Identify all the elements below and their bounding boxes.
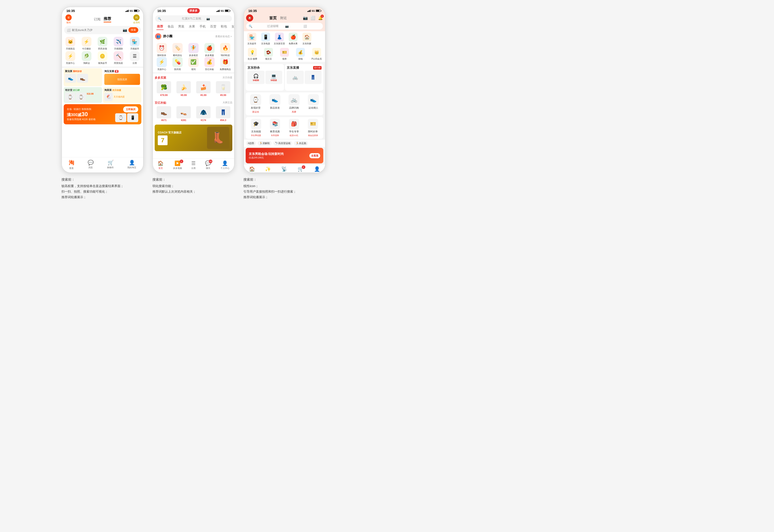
taobao-tab-subscription[interactable]: 订阅	[94, 17, 100, 22]
pdd-subsidy-0[interactable]: 👞 ¥671	[155, 106, 173, 121]
pdd-icon-orchard[interactable]: 🍎 多多果园	[202, 43, 218, 57]
jd-tag-3[interactable]: 🏃赤足跑	[294, 141, 308, 146]
pdd-icon-pharmacy[interactable]: 💊 医药馆	[170, 57, 186, 71]
pdd-nav-home[interactable]: 🏠 首页	[157, 160, 163, 170]
jd-scan-icon[interactable]: 📷	[303, 16, 308, 20]
taobao-signin-btn[interactable]: 签 签到	[65, 14, 73, 24]
pdd-icon-signin[interactable]: ✅ 签到	[185, 57, 202, 71]
taobao-icon-recharge[interactable]: ⚡ 充值中心	[63, 51, 78, 65]
jd-nav-home[interactable]: 🏠 首页	[249, 166, 255, 172]
taobao-icon-hot[interactable]: ⚡ 今日爆款	[79, 37, 94, 50]
taobao-search-bar[interactable]: ⬜ 📷 搜索	[64, 26, 141, 34]
taobao-live[interactable]: 淘宝直播 直 悦悦花房	[103, 68, 141, 86]
pdd-tab-womens[interactable]: 女装	[231, 25, 234, 30]
jd-discover-0[interactable]: ⌚ 发现好货 新运动	[247, 94, 265, 113]
jd-search-bar[interactable]: 🔍 过滤烟嘴 📷 ⬜	[246, 23, 323, 29]
taobao-search-button[interactable]: 搜索	[128, 27, 138, 33]
pdd-product-2[interactable]: 🍰 ¥5.99	[194, 81, 213, 96]
pdd-tab-general[interactable]: 百货	[210, 25, 217, 30]
jd-cat-fashion[interactable]: 👗 京东新百货	[274, 33, 285, 45]
jd-shortcut-bills[interactable]: 💡 生活·缴费	[245, 48, 260, 61]
taobao-search-input[interactable]	[72, 28, 121, 32]
pdd-product-1[interactable]: 🍌 ¥9.99	[174, 81, 193, 96]
taobao-icon-supermarket[interactable]: 🏪 天猫超市	[127, 37, 142, 50]
taobao-icon-coins[interactable]: 🪙 领淘金币	[95, 51, 110, 65]
taobao-icon-farm[interactable]: 🌿 芭芭农场	[95, 37, 110, 50]
jd-tab-home[interactable]: 首页	[269, 16, 277, 21]
pdd-tab-fruit[interactable]: 水果	[188, 25, 196, 30]
jd-live-product-0[interactable]: 🚲	[287, 71, 304, 84]
taobao-flash-sale[interactable]: 聚划算 限时好价 👟 👞	[64, 68, 102, 86]
jd-tag-0[interactable]: #趋势	[246, 141, 256, 146]
pdd-tab-shoes[interactable]: 鞋包	[220, 25, 228, 30]
pdd-nav-category[interactable]: ☰ 分类	[191, 160, 196, 170]
pdd-tab-recommend[interactable]: 推荐	[156, 25, 163, 30]
pdd-camera-icon[interactable]: 📷	[207, 17, 229, 20]
jd-promo-flash[interactable]: 京东秒杀 🎧 ¥4699 💻 ¥4558	[246, 64, 284, 91]
pdd-tab-phone[interactable]: 手机	[199, 25, 206, 30]
pdd-tab-menswear[interactable]: 男装	[178, 25, 185, 30]
jd-camera-search-icon[interactable]: 📷	[285, 25, 302, 28]
pdd-friend-circle[interactable]: 👥 拼小圈 查看好友动态 >	[153, 32, 234, 41]
taobao-nav-messages[interactable]: 💬 消息	[88, 160, 94, 169]
taobao-icon-auction[interactable]: 🔨 阿里拍卖	[111, 51, 126, 65]
jd-nav-live[interactable]: 📡 直	[281, 166, 287, 172]
taobao-vegetable[interactable]: 淘菜菜 次日自提 🐔 天天领鸡蛋	[103, 87, 141, 103]
taobao-nav-cart[interactable]: 🛒 购物车	[107, 160, 114, 169]
jd-campus-3[interactable]: 🎫 限时好券 领金品类券	[304, 119, 322, 137]
jd-cat-electronics[interactable]: 📱 京东电器	[260, 33, 271, 45]
jd-campus-2[interactable]: 🎒 学生专享 低至9.9元	[285, 119, 303, 137]
jd-flash-product-1[interactable]: 💻 ¥4558	[266, 71, 283, 84]
jd-live-product-1[interactable]: 👖	[305, 71, 322, 84]
pdd-icon-clearance[interactable]: 🏷️ 断码清仓	[170, 43, 186, 57]
pdd-icon-recharge[interactable]: ⚡ 充值中心	[154, 57, 170, 71]
jd-cat-free-fruit[interactable]: 🍎 免费水果	[287, 33, 299, 45]
pdd-nav-chat[interactable]: 💬 44 聊天	[205, 160, 211, 170]
taobao-search-scan-icon[interactable]: ⬜	[67, 28, 71, 32]
pdd-icon-free[interactable]: 🎁 免费领商品	[217, 57, 233, 71]
taobao-icon-fresh[interactable]: 🥬 淘鲜达	[79, 51, 94, 65]
taobao-icon-intl[interactable]: ✈️ 天猫国际	[111, 37, 126, 50]
jd-flash-product-0[interactable]: 🎧 ¥4699	[248, 71, 265, 84]
taobao-tab-recommend[interactable]: 推荐	[104, 16, 111, 22]
jd-shortcut-beans[interactable]: 🫘 领京豆	[261, 48, 276, 61]
jd-scan-search-icon[interactable]: ⬜	[303, 25, 320, 28]
pdd-icon-subsidy[interactable]: 💰 百亿补贴	[202, 57, 218, 71]
jd-campus-0[interactable]: 🎓 京东校园 学生季优惠	[247, 119, 265, 137]
pdd-icon-flash-sale[interactable]: ⏰ 限时秒杀	[154, 43, 170, 57]
taobao-icon-tmall-new[interactable]: 🐱 天猫新品	[63, 37, 78, 50]
jd-nav-profile[interactable]: 👤 我的	[314, 166, 320, 172]
pdd-tab-food[interactable]: 食品	[167, 25, 174, 30]
pdd-nav-video[interactable]: ▶️ 1 多多视频	[173, 160, 182, 170]
taobao-nav-home[interactable]: 淘 逛逛	[69, 159, 74, 170]
jd-shortcut-loan[interactable]: 💰 借钱	[293, 48, 308, 61]
taobao-fresh-goods[interactable]: 有好货 好口碑 ⌚ ⌚ ¥10.99	[64, 87, 102, 103]
pdd-icon-9yuan[interactable]: 🔥 9块9特卖	[217, 43, 233, 57]
pdd-product-0[interactable]: 🥦 ¥79.99	[155, 81, 173, 96]
jd-nav-new[interactable]: ✨ 新品	[265, 166, 271, 172]
taobao-bottom-promo[interactable]: 全场 · 轻旅行 秋秋秋秋 满300减30 装修实用指南 ¥228 省价格 立即…	[64, 104, 141, 124]
jd-banner-btn[interactable]: 去逛逛	[309, 153, 320, 158]
jd-campus-1[interactable]: 📚 教育优惠 专享直降	[266, 119, 284, 137]
pdd-nav-profile[interactable]: 👤 个人中心	[221, 160, 230, 170]
jd-tag-2[interactable]: 🔭高倍望远镜	[273, 141, 292, 146]
pdd-friend-btn[interactable]: 查看好友动态 >	[215, 35, 232, 38]
taobao-icon-category[interactable]: ☰ 分类	[127, 51, 142, 65]
pdd-search-bar[interactable]: 🔍 红翼875工装靴 📷	[155, 15, 232, 22]
pdd-subsidy-1[interactable]: 👡 ¥281	[174, 106, 193, 121]
pdd-coach-banner[interactable]: COACH 官方旗舰店 7 👢	[155, 125, 232, 151]
jd-cat-delivery[interactable]: 🏠 京东到家	[301, 33, 313, 45]
jd-shortcut-plus[interactable]: 👑 PLUS会员	[309, 48, 324, 61]
pdd-product-3[interactable]: 🥛 ¥9.99	[214, 81, 232, 96]
jd-promo-banner[interactable]: 京东男鞋会场·玩转新时尚 任选2件199元 去逛逛	[246, 148, 323, 163]
jd-discover-1[interactable]: 👟 新品首发	[266, 94, 284, 113]
taobao-promo-btn[interactable]: 立即购买	[123, 106, 138, 112]
pdd-subsidy-3[interactable]: 👖 ¥94.3	[214, 106, 232, 121]
taobao-camera-icon[interactable]: 📷	[123, 28, 127, 32]
jd-discover-2[interactable]: 🚲 品牌闪购 风靡	[285, 94, 303, 113]
jd-qr-icon[interactable]: ⬜	[311, 16, 315, 20]
jd-promo-live[interactable]: 京东直播 排行榜 🚲 👖	[285, 64, 323, 91]
jd-discover-3[interactable]: 👟 运动潮人	[304, 94, 323, 113]
jd-nav-cart[interactable]: 🛒 4 购物车	[297, 166, 304, 172]
jd-shortcut-coupon[interactable]: 🎫 领券	[277, 48, 292, 61]
